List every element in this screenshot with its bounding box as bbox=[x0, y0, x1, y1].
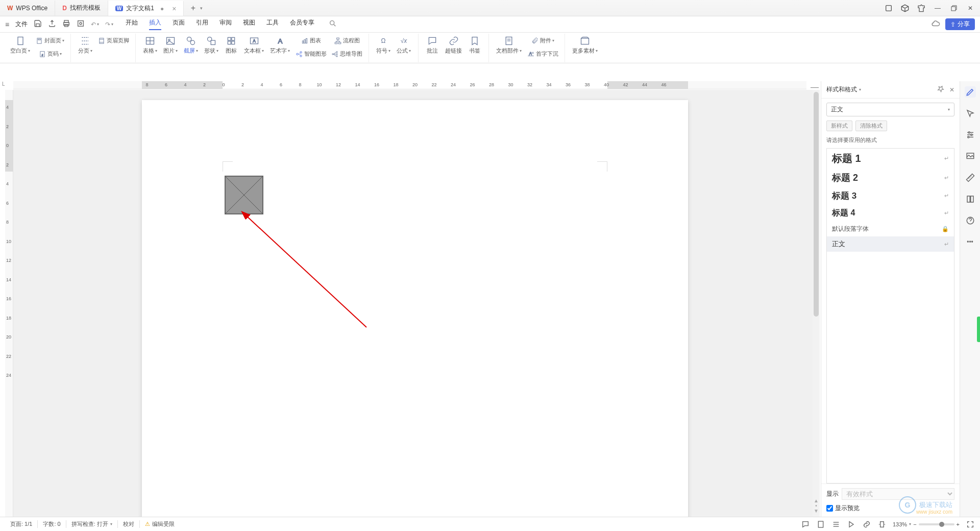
cursor-icon[interactable] bbox=[965, 108, 976, 119]
link-icon[interactable] bbox=[862, 520, 871, 529]
new-tab-dropdown-icon[interactable]: ▾ bbox=[200, 6, 203, 11]
attachment-button[interactable]: 附件▾ bbox=[525, 35, 560, 47]
menu-tab-page[interactable]: 页面 bbox=[173, 18, 185, 30]
screenshot-button[interactable]: 截屏▾ bbox=[181, 35, 201, 56]
tab-template-hub[interactable]: D 找稻壳模板 bbox=[55, 1, 108, 16]
cube-icon[interactable] bbox=[900, 4, 910, 13]
maximize-window-icon[interactable] bbox=[949, 4, 959, 13]
pencil-format-icon[interactable] bbox=[965, 86, 976, 98]
book-icon[interactable] bbox=[965, 194, 976, 205]
collapse-sidebar-button[interactable]: — bbox=[808, 83, 819, 90]
style-item[interactable]: 标题 1↵ bbox=[827, 149, 954, 168]
dropcap-button[interactable]: A首字下沉 bbox=[525, 48, 560, 60]
vertical-ruler[interactable]: 42024681012141618202224 bbox=[5, 90, 13, 517]
search-icon[interactable] bbox=[329, 19, 337, 29]
style-item[interactable]: 正文↵ bbox=[827, 236, 954, 252]
inserted-placeholder-shape[interactable] bbox=[225, 176, 263, 214]
status-edit-limit[interactable]: ⚠编辑受限 bbox=[140, 520, 180, 528]
bookmark-button[interactable]: 书签 bbox=[465, 35, 484, 56]
fit-width-icon[interactable] bbox=[877, 520, 887, 529]
tab-wps-office[interactable]: W WPS Office bbox=[0, 1, 55, 16]
menu-tab-tools[interactable]: 工具 bbox=[266, 18, 279, 30]
smartart-button[interactable]: 智能图形 bbox=[293, 48, 329, 60]
save-icon[interactable] bbox=[34, 19, 42, 29]
flowchart-button[interactable]: 流程图 bbox=[329, 35, 364, 47]
undo-button[interactable]: ↶▾ bbox=[91, 21, 99, 28]
picture-button[interactable]: 图片▾ bbox=[160, 35, 181, 56]
cloud-icon[interactable] bbox=[931, 19, 940, 30]
close-window-icon[interactable]: ✕ bbox=[966, 4, 975, 13]
skin-icon[interactable] bbox=[917, 4, 926, 13]
ruler-tool-icon[interactable] bbox=[965, 172, 976, 183]
speech-balloon-icon[interactable] bbox=[801, 520, 810, 529]
view-outline-icon[interactable] bbox=[831, 520, 841, 529]
doc-parts-button[interactable]: 文档部件▾ bbox=[493, 35, 525, 56]
redo-button[interactable]: ↷▾ bbox=[105, 21, 113, 28]
scrollbar-thumb[interactable] bbox=[814, 92, 819, 317]
equation-button[interactable]: √x公式▾ bbox=[394, 35, 414, 56]
view-reading-icon[interactable] bbox=[847, 520, 856, 529]
zoom-slider[interactable] bbox=[919, 523, 954, 525]
more-icon[interactable]: ••• bbox=[965, 236, 976, 248]
close-panel-icon[interactable]: ✕ bbox=[949, 86, 954, 93]
zoom-out-button[interactable]: − bbox=[913, 521, 916, 527]
zoom-control[interactable]: 133%▾ − + bbox=[893, 521, 960, 527]
menu-tab-view[interactable]: 视图 bbox=[243, 18, 255, 30]
preview-checkbox[interactable] bbox=[826, 505, 833, 512]
hamburger-icon[interactable]: ≡ bbox=[5, 20, 9, 29]
page-number-button[interactable]: #页码▾ bbox=[33, 48, 66, 60]
style-item[interactable]: 标题 2↵ bbox=[827, 168, 954, 187]
icons-button[interactable]: 图标 bbox=[222, 35, 241, 56]
chart-button[interactable]: 图表 bbox=[293, 35, 329, 47]
print-icon[interactable] bbox=[62, 19, 70, 29]
minimize-window-icon[interactable]: — bbox=[933, 4, 942, 13]
style-item[interactable]: 标题 3↵ bbox=[827, 187, 954, 205]
gallery-icon[interactable] bbox=[965, 151, 976, 162]
hyperlink-button[interactable]: 超链接 bbox=[442, 35, 465, 56]
textbox-button[interactable]: A文本框▾ bbox=[241, 35, 267, 56]
document-page[interactable] bbox=[142, 100, 688, 517]
comment-button[interactable]: 批注 bbox=[423, 35, 442, 56]
file-menu[interactable]: 文件 bbox=[15, 20, 28, 29]
view-page-icon[interactable] bbox=[816, 520, 825, 529]
panel-title-dropdown-icon[interactable]: ▾ bbox=[859, 87, 861, 92]
table-button[interactable]: 表格▾ bbox=[140, 35, 160, 56]
share-button[interactable]: ⇪ 分享 bbox=[945, 18, 975, 30]
menu-tab-insert[interactable]: 插入 bbox=[149, 18, 161, 30]
cover-page-button[interactable]: 封面页▾ bbox=[33, 35, 66, 47]
settings-sliders-icon[interactable] bbox=[965, 129, 976, 140]
menu-tab-reference[interactable]: 引用 bbox=[196, 18, 208, 30]
menu-tab-start[interactable]: 开始 bbox=[126, 18, 138, 30]
wordart-button[interactable]: A艺术字▾ bbox=[267, 35, 293, 56]
document-area[interactable] bbox=[13, 90, 813, 517]
reading-mode-icon[interactable] bbox=[884, 4, 893, 13]
clear-format-button[interactable]: 清除格式 bbox=[855, 120, 887, 131]
shapes-button[interactable]: 形状▾ bbox=[201, 35, 222, 56]
print-preview-icon[interactable] bbox=[77, 19, 85, 29]
more-assets-button[interactable]: 更多素材▾ bbox=[569, 35, 601, 56]
header-footer-button[interactable]: 页眉页脚 bbox=[95, 35, 131, 47]
new-style-button[interactable]: 新样式 bbox=[826, 120, 852, 131]
pin-panel-icon[interactable] bbox=[937, 85, 944, 94]
style-item[interactable]: 默认段落字体🔒 bbox=[827, 222, 954, 236]
horizontal-ruler[interactable]: 8642024681012141618202224262830323436384… bbox=[13, 81, 806, 89]
mindmap-button[interactable]: 思维导图 bbox=[329, 48, 364, 60]
style-item[interactable]: 标题 4↵ bbox=[827, 205, 954, 222]
vertical-scrollbar[interactable]: ▲•▼ bbox=[813, 90, 820, 517]
close-tab-icon[interactable]: × bbox=[172, 5, 176, 13]
new-tab-button[interactable]: + bbox=[188, 3, 198, 13]
scrollbar-buttons[interactable]: ▲•▼ bbox=[813, 498, 820, 514]
status-spellcheck[interactable]: 拼写检查: 打开▾ bbox=[66, 520, 118, 528]
blank-page-button[interactable]: 空白页▾ bbox=[7, 35, 33, 56]
help-icon[interactable] bbox=[965, 215, 976, 226]
symbol-button[interactable]: Ω符号▾ bbox=[373, 35, 394, 56]
current-style-select[interactable]: 正文 ▾ bbox=[826, 103, 954, 116]
menu-tab-member[interactable]: 会员专享 bbox=[290, 18, 314, 30]
status-proof[interactable]: 校对 bbox=[118, 520, 140, 528]
status-page[interactable]: 页面: 1/1 bbox=[5, 520, 38, 528]
status-words[interactable]: 字数: 0 bbox=[38, 520, 66, 528]
menu-tab-review[interactable]: 审阅 bbox=[219, 18, 232, 30]
tab-document[interactable]: W 文字文稿1 ● × bbox=[108, 1, 184, 16]
zoom-in-button[interactable]: + bbox=[957, 521, 960, 527]
fullscreen-icon[interactable] bbox=[966, 520, 975, 529]
